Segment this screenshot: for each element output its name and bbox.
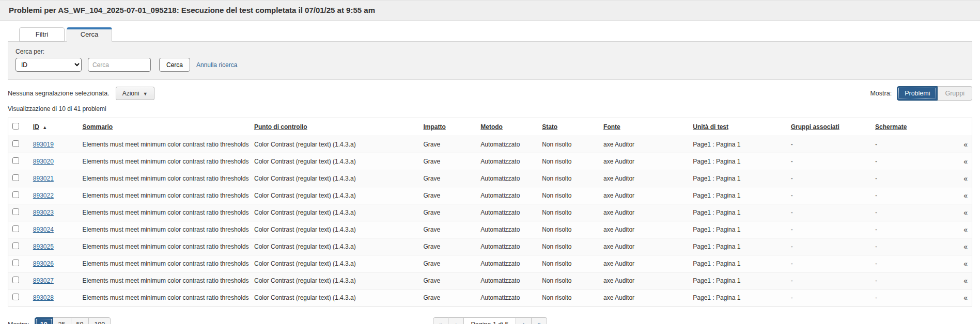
row-checkbox[interactable] xyxy=(12,260,19,266)
sort-metodo-link[interactable]: Metodo xyxy=(480,123,503,131)
row-select-cell xyxy=(8,221,29,238)
row-unita-cell: Page1 : Pagina 1 xyxy=(689,204,786,221)
sort-impatto-link[interactable]: Impatto xyxy=(423,123,445,131)
page-size-10-button[interactable]: 10 xyxy=(35,317,53,324)
row-punto-cell: Color Contrast (regular text) (1.4.3.a) xyxy=(250,204,419,221)
sort-fonte-link[interactable]: Fonte xyxy=(603,123,620,131)
row-gruppi-cell: - xyxy=(787,170,871,187)
table-row: 893021 Elements must meet minimum color … xyxy=(8,170,972,187)
issue-id-link[interactable]: 893028 xyxy=(33,294,54,301)
tab-cerca[interactable]: Cerca xyxy=(67,27,112,42)
row-checkbox[interactable] xyxy=(12,157,19,164)
select-all-checkbox[interactable] xyxy=(12,123,19,129)
row-checkbox[interactable] xyxy=(12,225,19,232)
issue-id-link[interactable]: 893023 xyxy=(33,209,54,216)
row-id-cell: 893022 xyxy=(29,187,79,204)
issue-id-link[interactable]: 893027 xyxy=(33,277,54,284)
sort-unita-link[interactable]: Unità di test xyxy=(693,123,728,131)
view-groups-button[interactable]: Gruppi xyxy=(938,86,972,101)
page-size-25-button[interactable]: 25 xyxy=(53,317,71,324)
row-impatto-cell: Grave xyxy=(419,255,476,272)
collapse-row-icon[interactable]: « xyxy=(963,140,968,149)
search-by-label: Cerca per: xyxy=(15,48,965,55)
row-select-cell xyxy=(8,238,29,255)
row-sommario-cell: Elements must meet minimum color contras… xyxy=(79,221,250,238)
row-punto-cell: Color Contrast (regular text) (1.4.3.a) xyxy=(250,238,419,255)
page-size-100-button[interactable]: 100 xyxy=(89,317,111,324)
row-metodo-cell: Automatizzato xyxy=(476,136,538,153)
page-size-label: Mostra: xyxy=(8,321,29,324)
show-label: Mostra: xyxy=(870,90,892,97)
row-punto-cell: Color Contrast (regular text) (1.4.3.a) xyxy=(250,170,419,187)
collapse-row-icon[interactable]: « xyxy=(963,208,968,217)
row-punto-cell: Color Contrast (regular text) (1.4.3.a) xyxy=(250,187,419,204)
sort-stato-link[interactable]: Stato xyxy=(542,123,557,131)
sort-punto-link[interactable]: Punto di controllo xyxy=(254,123,307,131)
issue-id-link[interactable]: 893022 xyxy=(33,192,54,199)
cancel-search-link[interactable]: Annulla ricerca xyxy=(196,61,237,69)
page-size-50-button[interactable]: 50 xyxy=(71,317,89,324)
row-sommario-cell: Elements must meet minimum color contras… xyxy=(79,204,250,221)
row-checkbox[interactable] xyxy=(12,277,19,283)
row-punto-cell: Color Contrast (regular text) (1.4.3.a) xyxy=(250,255,419,272)
sort-sommario-link[interactable]: Sommario xyxy=(83,123,113,131)
issue-id-link[interactable]: 893019 xyxy=(33,141,54,148)
row-checkbox[interactable] xyxy=(12,242,19,249)
column-header-unita-di-test: Unità di test xyxy=(689,118,786,136)
row-fonte-cell: axe Auditor xyxy=(599,289,689,306)
sort-id-link[interactable]: ID xyxy=(33,123,39,131)
collapse-row-icon[interactable]: « xyxy=(963,294,968,302)
row-sommario-cell: Elements must meet minimum color contras… xyxy=(79,187,250,204)
view-problems-button[interactable]: Problemi xyxy=(897,86,938,101)
collapse-row-icon[interactable]: « xyxy=(963,260,968,268)
issue-id-link[interactable]: 893021 xyxy=(33,175,54,182)
table-row: 893028 Elements must meet minimum color … xyxy=(8,289,972,306)
issue-id-link[interactable]: 893026 xyxy=(33,260,54,267)
row-sommario-cell: Elements must meet minimum color contras… xyxy=(79,255,250,272)
actions-dropdown-button[interactable]: Azioni ▼ xyxy=(116,87,154,100)
row-checkbox[interactable] xyxy=(12,294,19,300)
issue-id-link[interactable]: 893025 xyxy=(33,243,54,250)
row-gruppi-cell: - xyxy=(787,289,871,306)
collapse-row-icon[interactable]: « xyxy=(963,277,968,285)
issue-id-link[interactable]: 893020 xyxy=(33,158,54,165)
collapse-row-icon[interactable]: « xyxy=(963,157,968,166)
row-collapse-cell: « xyxy=(948,221,972,238)
search-input[interactable] xyxy=(88,58,151,72)
row-id-cell: 893021 xyxy=(29,170,79,187)
row-checkbox[interactable] xyxy=(12,140,19,147)
row-sommario-cell: Elements must meet minimum color contras… xyxy=(79,272,250,289)
last-page-button[interactable]: » xyxy=(532,317,547,324)
column-header-schermate: Schermate xyxy=(871,118,948,136)
previous-page-button[interactable]: ‹ xyxy=(448,317,464,324)
sort-schermate-link[interactable]: Schermate xyxy=(875,123,907,131)
search-field-select[interactable]: ID xyxy=(15,58,82,72)
row-unita-cell: Page1 : Pagina 1 xyxy=(689,136,786,153)
row-checkbox[interactable] xyxy=(12,191,19,198)
issue-id-link[interactable]: 893024 xyxy=(33,226,54,233)
sort-gruppi-link[interactable]: Gruppi associati xyxy=(791,123,839,131)
first-page-button[interactable]: « xyxy=(433,317,448,324)
row-unita-cell: Page1 : Pagina 1 xyxy=(689,187,786,204)
collapse-row-icon[interactable]: « xyxy=(963,225,968,234)
collapse-row-icon[interactable]: « xyxy=(963,191,968,200)
row-id-cell: 893028 xyxy=(29,289,79,306)
row-collapse-cell: « xyxy=(948,204,972,221)
row-collapse-cell: « xyxy=(948,136,972,153)
row-select-cell xyxy=(8,153,29,170)
row-collapse-cell: « xyxy=(948,170,972,187)
next-page-button[interactable]: › xyxy=(516,317,532,324)
row-sommario-cell: Elements must meet minimum color contras… xyxy=(79,136,250,153)
issues-table: ID ▲ Sommario Punto di controllo Impatto… xyxy=(8,118,972,306)
collapse-row-icon[interactable]: « xyxy=(963,174,968,183)
row-checkbox[interactable] xyxy=(12,208,19,215)
row-fonte-cell: axe Auditor xyxy=(599,272,689,289)
column-header-fonte: Fonte xyxy=(599,118,689,136)
search-submit-button[interactable]: Cerca xyxy=(159,58,190,72)
row-impatto-cell: Grave xyxy=(419,153,476,170)
row-checkbox[interactable] xyxy=(12,174,19,181)
collapse-row-icon[interactable]: « xyxy=(963,242,968,251)
tab-filtri[interactable]: Filtri xyxy=(19,27,65,42)
row-select-cell xyxy=(8,272,29,289)
row-fonte-cell: axe Auditor xyxy=(599,204,689,221)
